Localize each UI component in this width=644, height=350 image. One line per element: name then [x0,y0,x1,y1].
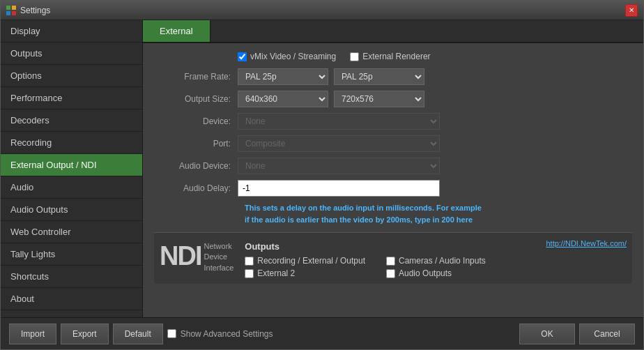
svg-rect-2 [6,11,10,15]
ndi-outputs-grid: Recording / External / Output External 2 [245,256,535,278]
frame-rate-label: Frame Rate: [154,72,238,82]
sidebar-item-web-controller[interactable]: Web Controller [1,221,142,243]
ok-button[interactable]: OK [519,324,575,344]
info-text-highlight1: 200 [387,215,399,224]
audio-delay-label: Audio Delay: [154,183,238,193]
ndi-external2-label: External 2 [257,268,295,278]
ndi-logo: NDI Network Device Interface [160,238,233,273]
audio-device-row: Audio Device: None [154,158,632,174]
ndi-text: NDI [160,241,201,271]
default-button[interactable]: Default [113,324,163,344]
window-title: Settings [20,6,50,15]
main-window: Settings ✕ Display Outputs Options Perfo… [0,0,644,350]
tab-external[interactable]: External [143,20,210,42]
frame-rate-select-1[interactable]: PAL 25p [238,68,328,85]
svg-rect-3 [12,11,16,15]
info-text-part2: ms, type in [399,215,442,224]
ndi-col-1: Recording / External / Output External 2 [245,256,365,278]
ndi-section: NDI Network Device Interface Outputs [154,232,632,284]
audio-delay-row: Audio Delay: [154,180,632,197]
ndi-line3: Interface [204,263,233,273]
frame-rate-row: Frame Rate: PAL 25p PAL 25p [154,68,632,85]
ndi-audio-outputs-checkbox[interactable] [386,269,395,278]
vmix-checkbox[interactable] [238,52,247,61]
ndi-audio-outputs[interactable]: Audio Outputs [386,268,486,278]
ndi-cameras-label: Cameras / Audio Inputs [399,256,486,266]
sidebar-item-audio[interactable]: Audio [1,176,142,199]
external-renderer-label: External Renderer [362,52,430,61]
content-area: External vMix Video / Streaming External… [143,20,643,317]
output-size-row: Output Size: 640x360 720x576 [154,91,632,107]
sidebar-item-shortcuts[interactable]: Shortcuts [1,266,142,288]
ndi-audio-outputs-label: Audio Outputs [399,268,452,278]
sidebar-item-external-output[interactable]: External Output / NDI [1,154,142,176]
ndi-recording-output[interactable]: Recording / External / Output [245,256,365,266]
ndi-line1: Network [204,241,233,252]
sidebar-item-performance[interactable]: Performance [1,87,142,109]
audio-delay-info: This sets a delay on the audio input in … [245,202,482,225]
show-advanced-checkbox[interactable] [167,329,176,338]
show-advanced-row[interactable]: Show Advanced Settings [167,329,273,339]
device-label: Device: [154,116,238,126]
title-bar: Settings ✕ [1,1,643,20]
export-button[interactable]: Export [61,324,109,344]
device-row: Device: None [154,113,632,130]
external-renderer-check[interactable]: External Renderer [350,52,430,61]
frame-rate-select-2[interactable]: PAL 25p [334,68,424,85]
sidebar-item-decoders[interactable]: Decoders [1,109,142,132]
vmix-label: vMix Video / Streaming [250,52,336,61]
ndi-outputs-section: Outputs Recording / External / Output Ex… [245,238,535,278]
info-text-part3: here [454,215,473,224]
audio-delay-input[interactable] [238,180,440,197]
svg-rect-1 [12,6,16,10]
show-advanced-label: Show Advanced Settings [181,329,273,339]
info-text-highlight2: 200 [441,215,454,224]
sidebar-item-recording[interactable]: Recording [1,132,142,154]
sidebar-item-outputs[interactable]: Outputs [1,43,142,65]
ndi-external2[interactable]: External 2 [245,268,365,278]
port-label: Port: [154,139,238,149]
sidebar: Display Outputs Options Performance Deco… [1,20,143,317]
sidebar-item-display[interactable]: Display [1,20,142,43]
cancel-button[interactable]: Cancel [579,324,635,344]
ndi-recording-label: Recording / External / Output [257,256,365,266]
audio-device-label: Audio Device: [154,161,238,171]
ndi-col-2: Cameras / Audio Inputs Audio Outputs [386,256,486,278]
output-size-select-2[interactable]: 720x576 [334,91,424,107]
ndi-url[interactable]: http://NDI.NewTek.com/ [546,236,627,248]
ndi-line2: Device [204,252,233,262]
close-button[interactable]: ✕ [625,4,638,17]
device-select: None [238,113,440,130]
audio-device-select: None [238,158,440,174]
sidebar-item-options[interactable]: Options [1,65,142,87]
ndi-outputs-title: Outputs [245,241,535,252]
main-content: Display Outputs Options Performance Deco… [1,20,643,317]
ndi-recording-checkbox[interactable] [245,257,254,266]
sidebar-item-tally-lights[interactable]: Tally Lights [1,243,142,266]
app-icon [6,6,16,15]
external-renderer-checkbox[interactable] [350,52,359,61]
ndi-cameras[interactable]: Cameras / Audio Inputs [386,256,486,266]
port-select: Composite [238,135,440,152]
sidebar-item-audio-outputs[interactable]: Audio Outputs [1,199,142,221]
port-row: Port: Composite [154,135,632,152]
ndi-description: Network Device Interface [204,238,233,273]
ndi-cameras-checkbox[interactable] [386,257,395,266]
output-size-select-1[interactable]: 640x360 [238,91,328,107]
ndi-link[interactable]: http://NDI.NewTek.com/ [546,238,627,248]
ndi-external2-checkbox[interactable] [245,269,254,278]
import-button[interactable]: Import [9,324,56,344]
svg-rect-0 [6,6,10,10]
vmix-video-streaming-check[interactable]: vMix Video / Streaming [238,52,336,61]
settings-panel: vMix Video / Streaming External Renderer… [143,43,643,317]
footer: Import Export Default Show Advanced Sett… [1,317,643,349]
tab-bar: External [143,20,643,43]
top-checkbox-row: vMix Video / Streaming External Renderer [154,52,632,61]
output-size-label: Output Size: [154,94,238,104]
sidebar-item-about[interactable]: About [1,288,142,310]
